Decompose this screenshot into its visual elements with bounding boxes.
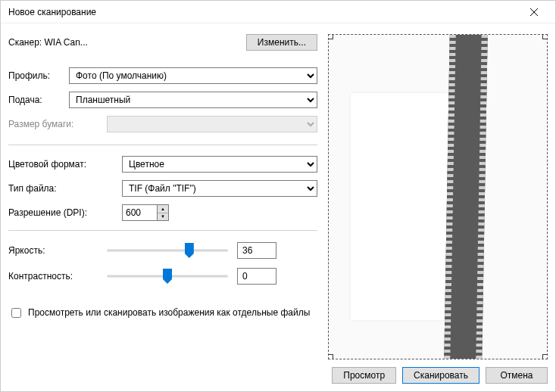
separate-files-checkbox[interactable] bbox=[11, 308, 21, 318]
spinner-arrows[interactable]: ▲ ▼ bbox=[157, 204, 169, 221]
feed-select[interactable]: Планшетный bbox=[69, 92, 317, 108]
paper-size-select bbox=[107, 116, 317, 132]
settings-panel: Сканер: WIA Can... Изменить... Профиль: … bbox=[1, 23, 325, 391]
separator bbox=[8, 145, 317, 145]
file-type-select[interactable]: TIF (Файл "TIF") bbox=[122, 180, 317, 197]
contrast-label: Контрастность: bbox=[8, 271, 107, 282]
scan-dialog: Новое сканирование Сканер: WIA Can... Из… bbox=[0, 0, 556, 392]
filmstrip-image bbox=[444, 35, 487, 359]
feed-label: Подача: bbox=[8, 95, 69, 105]
scan-button[interactable]: Сканировать bbox=[402, 367, 479, 384]
file-type-label: Тип файла: bbox=[8, 183, 122, 194]
contrast-slider[interactable] bbox=[107, 267, 228, 285]
slider-thumb[interactable] bbox=[163, 269, 172, 284]
color-format-label: Цветовой формат: bbox=[8, 159, 122, 170]
chevron-down-icon[interactable]: ▼ bbox=[158, 213, 168, 221]
profile-label: Профиль: bbox=[8, 70, 69, 81]
color-format-select[interactable]: Цветное bbox=[122, 156, 317, 173]
scanner-label: Сканер: WIA Can... bbox=[8, 37, 88, 48]
slider-thumb[interactable] bbox=[185, 243, 194, 258]
profile-select[interactable]: Фото (По умолчанию) bbox=[69, 67, 317, 84]
resolution-label: Разрешение (DPI): bbox=[8, 207, 122, 218]
chevron-up-icon[interactable]: ▲ bbox=[158, 205, 168, 213]
action-buttons: Просмотр Сканировать Отмена bbox=[328, 359, 548, 384]
contrast-input[interactable] bbox=[237, 268, 276, 285]
resolution-input[interactable] bbox=[122, 204, 157, 221]
brightness-slider[interactable] bbox=[107, 241, 228, 260]
close-button[interactable] bbox=[519, 2, 549, 23]
separator bbox=[8, 230, 317, 231]
cancel-button[interactable]: Отмена bbox=[486, 367, 548, 384]
brightness-input[interactable] bbox=[237, 242, 276, 259]
change-scanner-button[interactable]: Изменить... bbox=[246, 34, 317, 51]
crop-handle[interactable] bbox=[328, 354, 333, 359]
resolution-spinner[interactable]: ▲ ▼ bbox=[122, 204, 169, 221]
close-icon bbox=[530, 8, 538, 16]
preview-button[interactable]: Просмотр bbox=[332, 367, 396, 384]
paper-size-label: Размер бумаги: bbox=[8, 119, 107, 129]
separate-files-label[interactable]: Просмотреть или сканировать изображения … bbox=[28, 306, 310, 319]
titlebar: Новое сканирование bbox=[1, 1, 555, 23]
crop-handle[interactable] bbox=[542, 34, 548, 39]
preview-area[interactable] bbox=[328, 34, 548, 359]
brightness-label: Яркость: bbox=[8, 245, 107, 256]
window-title: Новое сканирование bbox=[8, 7, 96, 17]
crop-handle[interactable] bbox=[542, 354, 548, 359]
crop-handle[interactable] bbox=[328, 34, 333, 39]
